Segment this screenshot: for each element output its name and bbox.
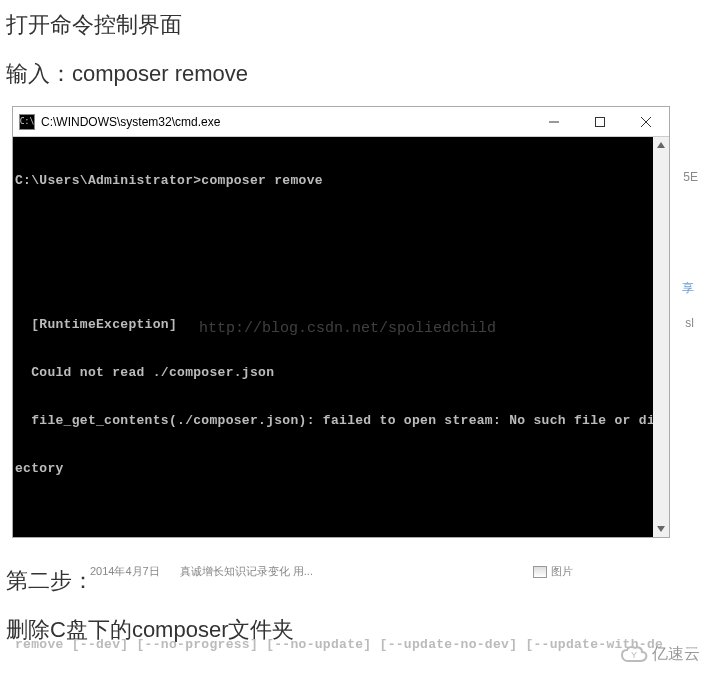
cmd-icon-label: C:\	[20, 118, 34, 126]
clipped-img-label: 图片	[551, 564, 573, 579]
terminal-line: file_get_contents(./composer.json): fail…	[15, 413, 667, 429]
background-clipped-row: 2014年4月7日 真诚增长知识记录变化 用... 图片	[90, 564, 573, 579]
clipped-text: 真诚增长知识记录变化 用...	[180, 564, 313, 579]
cmd-window: C:\ C:\WINDOWS\system32\cmd.exe C:\Users…	[12, 106, 670, 538]
terminal-line: remove [--dev] [--no-progress] [--no-upd…	[15, 637, 667, 653]
window-controls	[531, 107, 669, 136]
brand-logo: Y 亿速云	[620, 644, 700, 665]
svg-marker-5	[657, 526, 665, 532]
doc-heading-1: 打开命令控制界面	[0, 0, 714, 49]
svg-text:Y: Y	[631, 650, 637, 660]
close-button[interactable]	[623, 107, 669, 136]
terminal-scrollbar[interactable]	[653, 137, 669, 537]
cmd-icon: C:\	[19, 114, 35, 130]
svg-rect-1	[596, 117, 605, 126]
maximize-button[interactable]	[577, 107, 623, 136]
bg-hint: 5E	[683, 170, 698, 184]
terminal-line: ectory	[15, 461, 667, 477]
window-title: C:\WINDOWS\system32\cmd.exe	[41, 115, 531, 129]
bg-hint: 享	[682, 280, 694, 297]
bg-hint: sl	[685, 316, 694, 330]
terminal-line: C:\Users\Administrator>composer remove	[15, 173, 667, 189]
brand-text: 亿速云	[652, 644, 700, 665]
scroll-down-icon[interactable]	[653, 521, 669, 537]
doc-instruction-1: 输入：composer remove	[0, 49, 714, 98]
scroll-up-icon[interactable]	[653, 137, 669, 153]
window-titlebar: C:\ C:\WINDOWS\system32\cmd.exe	[13, 107, 669, 137]
svg-marker-4	[657, 142, 665, 148]
terminal-output[interactable]: C:\Users\Administrator>composer remove […	[13, 137, 669, 537]
image-thumb-icon	[533, 566, 547, 578]
cloud-icon: Y	[620, 645, 648, 665]
terminal-line: [RuntimeException]	[15, 317, 667, 333]
clipped-date: 2014年4月7日	[90, 564, 160, 579]
minimize-button[interactable]	[531, 107, 577, 136]
terminal-line: Could not read ./composer.json	[15, 365, 667, 381]
